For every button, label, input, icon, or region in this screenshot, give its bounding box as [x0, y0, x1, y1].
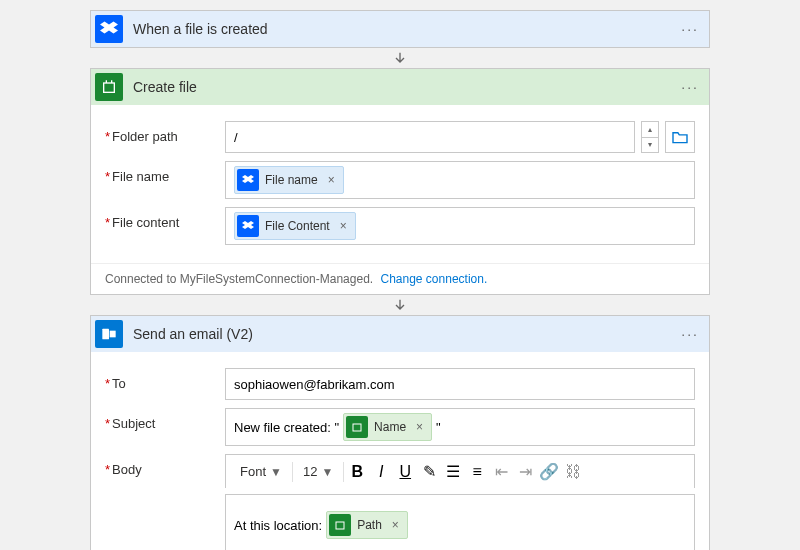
rich-text-toolbar: Font▼ 12▼ B I U ✎ ☰ ≡ ⇤ ⇥ 🔗 ⛓: [225, 454, 695, 488]
italic-icon[interactable]: I: [370, 461, 392, 483]
send-email-card: Send an email (V2) ··· *To *Subject New …: [90, 315, 710, 550]
remove-token-icon[interactable]: ×: [336, 219, 351, 233]
to-label: *To: [105, 368, 225, 391]
trigger-card: When a file is created ···: [90, 10, 710, 48]
file-content-input[interactable]: File Content ×: [225, 207, 695, 245]
menu-icon[interactable]: ···: [681, 79, 699, 95]
svg-rect-0: [104, 83, 115, 92]
remove-token-icon[interactable]: ×: [412, 420, 427, 434]
font-dropdown[interactable]: Font▼: [232, 462, 290, 481]
indent-icon[interactable]: ⇥: [514, 461, 536, 483]
svg-rect-2: [110, 331, 116, 338]
create-file-header[interactable]: Create file ···: [91, 69, 709, 105]
svg-rect-3: [353, 424, 361, 431]
unlink-icon[interactable]: ⛓: [562, 461, 584, 483]
create-file-card: Create file ··· *Folder path ▴▾ *File na…: [90, 68, 710, 295]
outlook-icon: [95, 320, 123, 348]
folder-stepper[interactable]: ▴▾: [641, 121, 659, 153]
body-input[interactable]: At this location: Path ×: [225, 494, 695, 550]
dropbox-icon: [95, 15, 123, 43]
link-icon[interactable]: 🔗: [538, 461, 560, 483]
subject-label: *Subject: [105, 408, 225, 431]
body-label: *Body: [105, 454, 225, 477]
create-file-title: Create file: [133, 79, 681, 95]
token-path[interactable]: Path ×: [326, 511, 408, 539]
folder-path-input[interactable]: [225, 121, 635, 153]
subject-input[interactable]: New file created: " Name × ": [225, 408, 695, 446]
folder-path-value[interactable]: [234, 130, 626, 145]
send-email-title: Send an email (V2): [133, 326, 681, 342]
arrow-icon: [90, 48, 710, 68]
file-name-label: *File name: [105, 161, 225, 184]
svg-rect-4: [336, 522, 344, 529]
token-name[interactable]: Name ×: [343, 413, 432, 441]
arrow-icon: [90, 295, 710, 315]
bullet-list-icon[interactable]: ☰: [442, 461, 464, 483]
size-dropdown[interactable]: 12▼: [295, 462, 341, 481]
filesystem-icon: [346, 416, 368, 438]
to-value[interactable]: [234, 377, 686, 392]
filesystem-icon: [329, 514, 351, 536]
token-file-name[interactable]: File name ×: [234, 166, 344, 194]
remove-token-icon[interactable]: ×: [388, 518, 403, 532]
browse-folder-button[interactable]: [665, 121, 695, 153]
to-input[interactable]: [225, 368, 695, 400]
svg-rect-1: [102, 329, 109, 340]
connection-footer: Connected to MyFileSystemConnection-Mana…: [91, 263, 709, 294]
folder-path-label: *Folder path: [105, 121, 225, 144]
dropbox-icon: [237, 169, 259, 191]
file-name-input[interactable]: File name ×: [225, 161, 695, 199]
bold-icon[interactable]: B: [346, 461, 368, 483]
trigger-header[interactable]: When a file is created ···: [91, 11, 709, 47]
token-file-content[interactable]: File Content ×: [234, 212, 356, 240]
change-connection-link[interactable]: Change connection.: [380, 272, 487, 286]
number-list-icon[interactable]: ≡: [466, 461, 488, 483]
outdent-icon[interactable]: ⇤: [490, 461, 512, 483]
underline-icon[interactable]: U: [394, 461, 416, 483]
menu-icon[interactable]: ···: [681, 21, 699, 37]
menu-icon[interactable]: ···: [681, 326, 699, 342]
trigger-title: When a file is created: [133, 21, 681, 37]
filesystem-icon: [95, 73, 123, 101]
file-content-label: *File content: [105, 207, 225, 230]
dropbox-icon: [237, 215, 259, 237]
highlight-icon[interactable]: ✎: [418, 461, 440, 483]
send-email-header[interactable]: Send an email (V2) ···: [91, 316, 709, 352]
remove-token-icon[interactable]: ×: [324, 173, 339, 187]
